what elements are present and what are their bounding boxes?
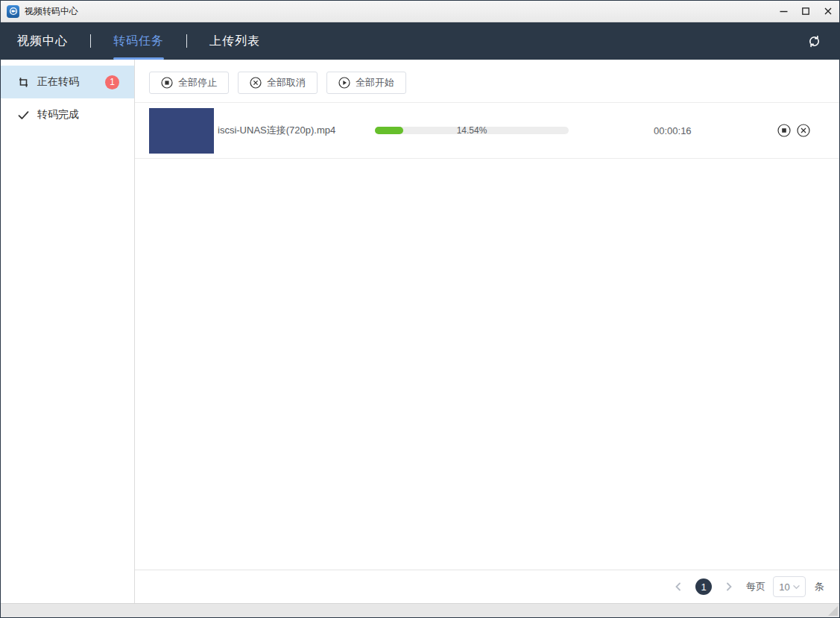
task-list: iscsi-UNAS连接(720p).mp4 14.54% 00:00:16 [135,102,839,159]
stop-circle-icon [161,77,173,89]
task-toolbar: 全部停止 全部取消 全部开始 [135,60,839,102]
stop-task-icon[interactable] [777,124,791,137]
play-circle-icon [338,77,350,89]
progress-percent: 14.54% [375,124,569,136]
stop-all-label: 全部停止 [178,76,217,89]
resize-grip-icon[interactable] [828,606,838,616]
start-all-button[interactable]: 全部开始 [326,72,406,94]
sidebar: 正在转码 1 转码完成 [1,60,135,603]
sidebar-item-completed[interactable]: 转码完成 [1,98,134,131]
nav-separator [90,34,91,48]
cancel-all-label: 全部取消 [267,76,306,89]
close-icon[interactable] [817,1,839,22]
task-filename: iscsi-UNAS连接(720p).mp4 [214,124,375,137]
elapsed-time: 00:00:16 [654,125,698,136]
unit-label: 条 [815,580,824,593]
pagination-bar: 1 每页 10 条 [135,570,839,603]
refresh-icon[interactable] [807,22,821,60]
chevron-left-icon[interactable] [674,582,683,591]
page-size-value: 10 [779,581,789,593]
cancel-all-button[interactable]: 全部取消 [238,72,318,94]
sidebar-item-label: 正在转码 [37,75,105,89]
main-navbar: 视频中心 转码任务 上传列表 [1,22,839,60]
tab-transcode-tasks[interactable]: 转码任务 [113,22,164,60]
page-size-select[interactable]: 10 [773,576,806,597]
per-page-label: 每页 [746,580,765,593]
main-content: 全部停止 全部取消 全部开始 [135,60,839,603]
chevron-down-icon [793,584,800,590]
window-controls [772,1,839,22]
sidebar-item-label: 转码完成 [37,108,119,122]
sidebar-item-transcoding[interactable]: 正在转码 1 [1,66,134,98]
tab-upload-list[interactable]: 上传列表 [209,22,260,60]
check-icon [17,109,30,122]
task-actions [777,124,810,137]
page-number-button[interactable]: 1 [695,578,712,595]
tab-video-center[interactable]: 视频中心 [17,22,68,60]
stop-all-button[interactable]: 全部停止 [149,72,229,94]
transcoding-count-badge: 1 [105,75,119,89]
video-thumbnail [149,108,214,154]
nav-separator [186,34,187,48]
statusbar [1,603,839,617]
chevron-right-icon[interactable] [724,582,733,591]
app-window: 视频转码中心 视频中心 转码任务 上传列表 [0,0,840,618]
maximize-icon[interactable] [795,1,817,22]
progress-bar: 14.54% [375,127,569,134]
window-title: 视频转码中心 [25,5,772,18]
window-body: 正在转码 1 转码完成 全部停止 [1,60,839,603]
titlebar: 视频转码中心 [1,1,839,22]
start-all-label: 全部开始 [356,76,394,89]
app-logo-icon [7,5,19,18]
transcode-crop-icon [17,76,30,89]
minimize-icon[interactable] [772,1,795,22]
cancel-circle-icon [250,77,262,89]
cancel-task-icon[interactable] [797,124,810,137]
task-row: iscsi-UNAS连接(720p).mp4 14.54% 00:00:16 [135,103,839,159]
